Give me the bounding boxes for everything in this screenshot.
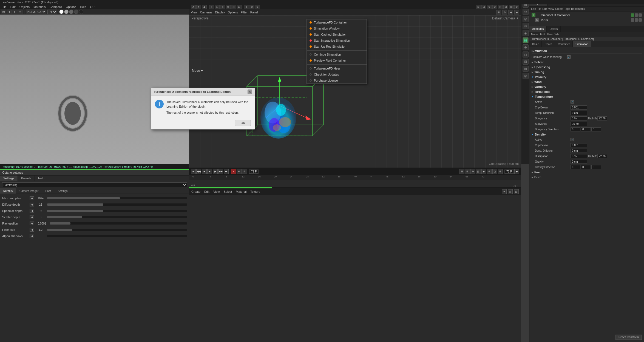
dialog-line1: The saved TurbulenceFD elements can only… [166,100,251,109]
dialog-info-icon: i [155,100,164,108]
dialog-overlay: TurbulenceFD elements restricted to Lear… [0,0,644,342]
dialog-title: TurbulenceFD elements restricted to Lear… [154,90,231,93]
dialog-ok-button[interactable]: OK [235,120,251,126]
dialog-message: The saved TurbulenceFD elements can only… [166,100,251,115]
learning-edition-dialog: TurbulenceFD elements restricted to Lear… [151,88,255,130]
dialog-footer: OK [151,118,255,129]
dialog-close-button[interactable]: ✕ [248,90,252,94]
dialog-body: i The saved TurbulenceFD elements can on… [151,96,255,118]
app-title: Live Viewer Studio 2020.2.5-R3 (117 days… [2,1,58,4]
dialog-titlebar: TurbulenceFD elements restricted to Lear… [151,88,255,96]
global-menubar: Live Viewer Studio 2020.2.5-R3 (117 days… [0,0,644,4]
dialog-line2: The rest of the scene is not affected by… [166,110,251,115]
